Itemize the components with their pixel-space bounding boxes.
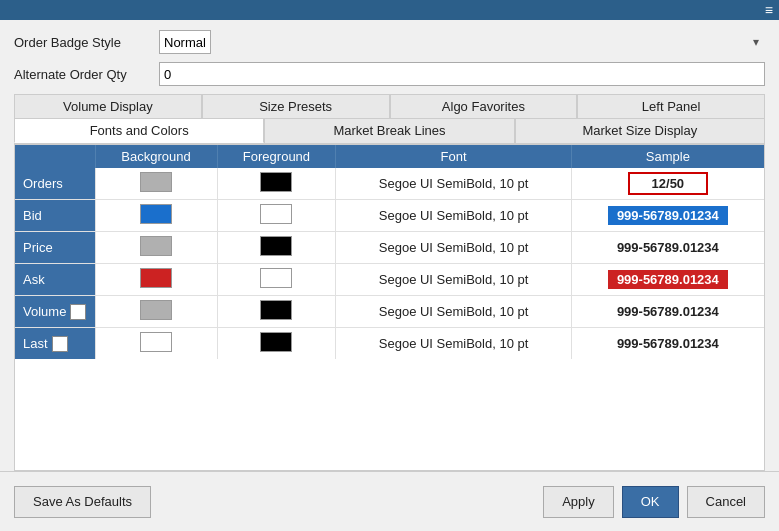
table-row: Last ✓ Segoe UI SemiBold, 10 pt 999 xyxy=(15,328,764,360)
volume-checkbox[interactable] xyxy=(70,304,86,320)
fonts-colors-table: Background Foreground Font Sample Orders xyxy=(15,145,764,359)
ask-font-cell: Segoe UI SemiBold, 10 pt xyxy=(336,264,571,296)
table-row: Orders Segoe UI SemiBold, 10 pt 12/50 xyxy=(15,168,764,200)
price-font-cell: Segoe UI SemiBold, 10 pt xyxy=(336,232,571,264)
orders-bg-cell xyxy=(95,168,217,200)
table-row: Ask Segoe UI SemiBold, 10 pt 999-56789.0… xyxy=(15,264,764,296)
tab-volume-display[interactable]: Volume Display xyxy=(14,94,202,118)
orders-sample-cell: 12/50 xyxy=(571,168,764,200)
volume-fg-swatch[interactable] xyxy=(260,300,292,320)
volume-bg-swatch[interactable] xyxy=(140,300,172,320)
bid-font-cell: Segoe UI SemiBold, 10 pt xyxy=(336,200,571,232)
orders-bg-swatch[interactable] xyxy=(140,172,172,192)
footer-left: Save As Defaults xyxy=(14,486,151,518)
ask-sample-cell: 999-56789.01234 xyxy=(571,264,764,296)
tab-left-panel[interactable]: Left Panel xyxy=(577,94,765,118)
volume-fg-cell xyxy=(217,296,336,328)
last-bg-swatch[interactable] xyxy=(140,332,172,352)
alternate-qty-label: Alternate Order Qty xyxy=(14,67,159,82)
fonts-colors-table-container: Background Foreground Font Sample Orders xyxy=(14,144,765,471)
orders-fg-swatch[interactable] xyxy=(260,172,292,192)
content-area: Order Badge Style Normal Alternate Order… xyxy=(0,20,779,471)
top-bar: ≡ xyxy=(0,0,779,20)
footer-right: Apply OK Cancel xyxy=(543,486,765,518)
tab-fonts-and-colors[interactable]: Fonts and Colors xyxy=(14,119,264,143)
save-defaults-button[interactable]: Save As Defaults xyxy=(14,486,151,518)
price-fg-cell xyxy=(217,232,336,264)
last-checkbox[interactable]: ✓ xyxy=(52,336,68,352)
main-container: ≡ Order Badge Style Normal Alternate Ord… xyxy=(0,0,779,531)
orders-fg-cell xyxy=(217,168,336,200)
tabs-row-2: Fonts and Colors Market Break Lines Mark… xyxy=(14,119,765,144)
tab-market-break-lines[interactable]: Market Break Lines xyxy=(264,119,514,143)
row-label-bid: Bid xyxy=(15,200,95,232)
price-bg-swatch[interactable] xyxy=(140,236,172,256)
last-sample: 999-56789.01234 xyxy=(608,334,728,353)
tabs-row-1: Volume Display Size Presets Algo Favorit… xyxy=(14,94,765,119)
badge-style-row: Order Badge Style Normal xyxy=(14,30,765,54)
col-header-row xyxy=(15,145,95,168)
bid-bg-cell xyxy=(95,200,217,232)
row-label-ask: Ask xyxy=(15,264,95,296)
footer: Save As Defaults Apply OK Cancel xyxy=(0,471,779,531)
table-row: Volume Segoe UI SemiBold, 10 pt 99 xyxy=(15,296,764,328)
bid-bg-swatch[interactable] xyxy=(140,204,172,224)
row-label-price: Price xyxy=(15,232,95,264)
tab-algo-favorites[interactable]: Algo Favorites xyxy=(390,94,578,118)
bid-sample-cell: 999-56789.01234 xyxy=(571,200,764,232)
volume-sample: 999-56789.01234 xyxy=(608,302,728,321)
volume-sample-cell: 999-56789.01234 xyxy=(571,296,764,328)
tab-size-presets[interactable]: Size Presets xyxy=(202,94,390,118)
table-row: Bid Segoe UI SemiBold, 10 pt 999-56789.0… xyxy=(15,200,764,232)
badge-style-select-wrapper: Normal xyxy=(159,30,765,54)
last-fg-cell xyxy=(217,328,336,360)
orders-font-cell: Segoe UI SemiBold, 10 pt xyxy=(336,168,571,200)
last-font-cell: Segoe UI SemiBold, 10 pt xyxy=(336,328,571,360)
apply-button[interactable]: Apply xyxy=(543,486,614,518)
price-sample-cell: 999-56789.01234 xyxy=(571,232,764,264)
bid-sample: 999-56789.01234 xyxy=(608,206,728,225)
ask-fg-swatch[interactable] xyxy=(260,268,292,288)
badge-style-select[interactable]: Normal xyxy=(159,30,211,54)
row-label-volume: Volume xyxy=(15,296,95,328)
ask-bg-swatch[interactable] xyxy=(140,268,172,288)
volume-bg-cell xyxy=(95,296,217,328)
row-label-orders: Orders xyxy=(15,168,95,200)
col-header-font: Font xyxy=(336,145,571,168)
ask-sample: 999-56789.01234 xyxy=(608,270,728,289)
price-sample: 999-56789.01234 xyxy=(608,238,728,257)
volume-font-cell: Segoe UI SemiBold, 10 pt xyxy=(336,296,571,328)
alternate-qty-row: Alternate Order Qty xyxy=(14,62,765,86)
ask-bg-cell xyxy=(95,264,217,296)
cancel-button[interactable]: Cancel xyxy=(687,486,765,518)
row-label-last: Last ✓ xyxy=(15,328,95,360)
bid-fg-cell xyxy=(217,200,336,232)
col-header-background: Background xyxy=(95,145,217,168)
table-row: Price Segoe UI SemiBold, 10 pt 999-56789… xyxy=(15,232,764,264)
col-header-sample: Sample xyxy=(571,145,764,168)
bid-fg-swatch[interactable] xyxy=(260,204,292,224)
price-bg-cell xyxy=(95,232,217,264)
orders-sample: 12/50 xyxy=(628,172,708,195)
col-header-foreground: Foreground xyxy=(217,145,336,168)
menu-icon[interactable]: ≡ xyxy=(765,3,773,17)
ask-fg-cell xyxy=(217,264,336,296)
alternate-qty-input[interactable] xyxy=(159,62,765,86)
last-bg-cell xyxy=(95,328,217,360)
tab-market-size-display[interactable]: Market Size Display xyxy=(515,119,765,143)
price-fg-swatch[interactable] xyxy=(260,236,292,256)
ok-button[interactable]: OK xyxy=(622,486,679,518)
last-sample-cell: 999-56789.01234 xyxy=(571,328,764,360)
last-fg-swatch[interactable] xyxy=(260,332,292,352)
badge-style-label: Order Badge Style xyxy=(14,35,159,50)
